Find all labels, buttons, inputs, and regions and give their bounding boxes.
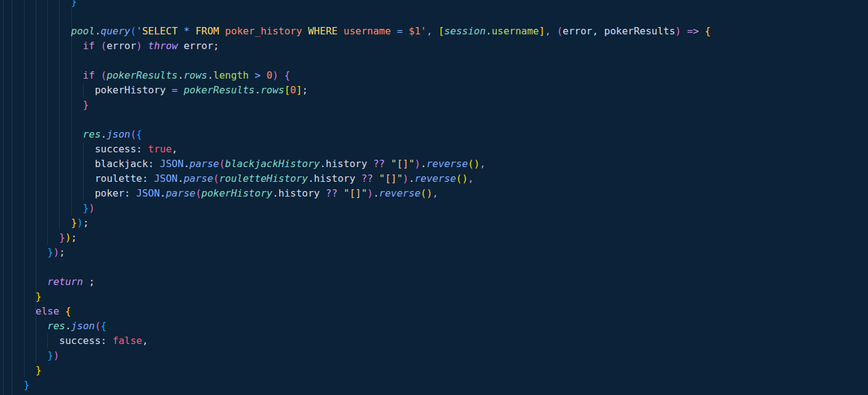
code-line[interactable] bbox=[0, 9, 868, 24]
code-token: } bbox=[59, 232, 65, 243]
code-token: ) bbox=[414, 158, 420, 170]
code-line[interactable]: }); bbox=[0, 245, 868, 260]
code-token: } bbox=[24, 379, 30, 391]
code-line[interactable]: }) bbox=[0, 348, 868, 363]
code-token: "[]" bbox=[379, 173, 403, 184]
code-token: ) bbox=[403, 173, 409, 184]
code-token: 0 bbox=[290, 84, 296, 96]
code-token: ?? bbox=[373, 158, 385, 170]
code-token: pokerResults bbox=[184, 84, 255, 96]
code-token: rouletteHistory bbox=[219, 173, 308, 184]
code-token: poker: bbox=[95, 187, 130, 199]
code-token: blackjackHistory bbox=[225, 158, 320, 170]
code-token: { bbox=[65, 305, 71, 317]
code-token bbox=[373, 173, 379, 184]
code-token: if bbox=[83, 40, 95, 52]
code-token bbox=[337, 25, 344, 37]
code-token: throw bbox=[148, 40, 178, 52]
code-token bbox=[130, 187, 136, 199]
code-line[interactable]: success: false, bbox=[0, 334, 868, 348]
code-line[interactable]: pokerHistory = pokerResults.rows[0]; bbox=[0, 83, 868, 98]
code-token: ) bbox=[427, 187, 433, 199]
code-token: ) bbox=[53, 246, 60, 258]
code-token bbox=[403, 25, 409, 37]
code-line[interactable] bbox=[0, 112, 868, 127]
code-line[interactable]: } bbox=[0, 98, 868, 112]
code-token: ; bbox=[83, 217, 89, 229]
code-token: JSON bbox=[160, 158, 184, 170]
code-line[interactable]: pool.query('SELECT * FROM poker_history … bbox=[0, 24, 868, 39]
code-token: pokerResults bbox=[106, 69, 178, 81]
code-token: , bbox=[142, 335, 148, 346]
code-token: blackjack: bbox=[95, 158, 154, 170]
code-line[interactable]: if (pokerResults.rows.length > 0) { bbox=[0, 68, 868, 83]
code-line[interactable]: res.json({ bbox=[0, 319, 868, 334]
code-token: ( bbox=[557, 25, 563, 37]
code-token: reverse bbox=[414, 173, 456, 184]
code-token bbox=[681, 25, 687, 37]
code-token: WHERE bbox=[308, 25, 337, 37]
code-token: ) bbox=[77, 217, 83, 229]
code-token bbox=[385, 158, 391, 170]
code-token: roulette: bbox=[95, 173, 148, 184]
code-token: { bbox=[284, 69, 290, 81]
code-token bbox=[302, 25, 308, 37]
code-token: { bbox=[705, 25, 711, 37]
code-line[interactable] bbox=[0, 53, 868, 68]
code-token: query bbox=[101, 25, 130, 37]
code-token: ( bbox=[420, 187, 427, 199]
code-token: ; bbox=[302, 84, 308, 96]
code-line[interactable]: } bbox=[0, 289, 868, 304]
code-token: error bbox=[106, 40, 136, 52]
code-token bbox=[261, 69, 267, 81]
code-token: if bbox=[83, 69, 95, 81]
code-token bbox=[278, 69, 285, 81]
code-token: FROM bbox=[195, 25, 219, 37]
code-token: JSON bbox=[136, 187, 160, 199]
code-line[interactable]: roulette: JSON.parse(rouletteHistory.his… bbox=[0, 171, 868, 186]
code-line[interactable]: else { bbox=[0, 304, 868, 319]
code-line[interactable]: }); bbox=[0, 230, 868, 245]
code-token: ) bbox=[367, 187, 373, 199]
code-line[interactable]: success: true, bbox=[0, 142, 868, 157]
code-token: . bbox=[95, 25, 101, 37]
code-line[interactable]: blackjack: JSON.parse(blackjackHistory.h… bbox=[0, 157, 868, 171]
code-token: ?? bbox=[326, 187, 337, 199]
code-token: error, pokerResults bbox=[562, 25, 675, 37]
code-line[interactable]: res.json({ bbox=[0, 127, 868, 142]
code-token bbox=[106, 335, 112, 346]
code-token: length bbox=[213, 69, 249, 81]
code-token: ( bbox=[213, 173, 219, 184]
code-token: true bbox=[148, 143, 172, 155]
code-line[interactable]: } bbox=[0, 363, 868, 378]
code-token: . bbox=[178, 69, 184, 81]
code-token: . bbox=[373, 187, 379, 199]
code-token bbox=[95, 69, 101, 81]
code-line[interactable]: poker: JSON.parse(pokerHistory.history ?… bbox=[0, 186, 868, 201]
code-token: ( bbox=[195, 187, 202, 199]
code-line[interactable]: } bbox=[0, 0, 868, 9]
code-line[interactable]: if (error) throw error; bbox=[0, 39, 868, 53]
code-token: ) bbox=[65, 232, 71, 243]
code-token: . bbox=[184, 158, 190, 170]
code-line[interactable]: }); bbox=[0, 216, 868, 230]
code-token: . bbox=[65, 320, 71, 332]
code-token: $1' bbox=[409, 25, 427, 37]
code-editor[interactable]: } pool.query('SELECT * FROM poker_histor… bbox=[0, 0, 868, 395]
code-token: ( bbox=[130, 128, 136, 140]
code-token: . bbox=[308, 173, 314, 184]
code-token: } bbox=[47, 350, 53, 361]
code-token: . bbox=[178, 173, 184, 184]
code-token: session bbox=[444, 25, 486, 37]
code-line[interactable]: return ; bbox=[0, 275, 868, 289]
code-line[interactable]: }) bbox=[0, 201, 868, 216]
code-token bbox=[189, 25, 195, 37]
code-token: ) bbox=[53, 350, 60, 361]
code-line[interactable] bbox=[0, 260, 868, 275]
code-line[interactable]: } bbox=[0, 378, 868, 393]
code-token: . bbox=[272, 187, 278, 199]
code-area[interactable]: } pool.query('SELECT * FROM poker_histor… bbox=[0, 0, 868, 393]
code-token: ] bbox=[296, 84, 302, 96]
code-token bbox=[178, 84, 184, 96]
code-token bbox=[355, 173, 361, 184]
